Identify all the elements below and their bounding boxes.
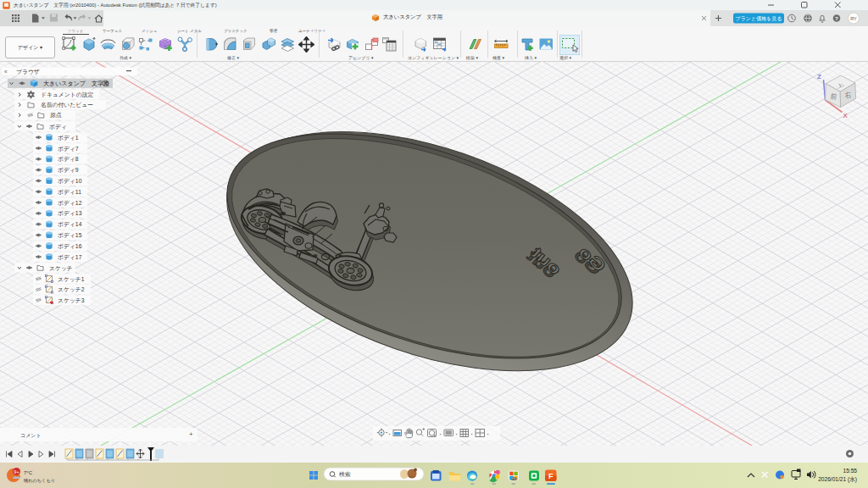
svg-text:?: ? — [835, 15, 838, 21]
svg-text:ボディ14: ボディ14 — [58, 221, 82, 227]
svg-text:ボディ8: ボディ8 — [58, 156, 79, 162]
svg-text:ボディ13: ボディ13 — [58, 210, 82, 216]
svg-text:ドキュメントの設定: ドキュメントの設定 — [41, 92, 93, 98]
svg-text:原点: 原点 — [50, 112, 62, 119]
svg-text:右: 右 — [844, 91, 852, 99]
svg-text:検索: 検索 — [339, 471, 351, 477]
svg-text:7°C: 7°C — [24, 470, 33, 475]
svg-text:スケッチ2: スケッチ2 — [58, 286, 85, 292]
svg-text:ボディ9: ボディ9 — [58, 167, 79, 173]
svg-text:ボディ1: ボディ1 — [58, 135, 79, 141]
svg-text:スケッチ: スケッチ — [49, 265, 73, 271]
svg-text:ボディ10: ボディ10 — [58, 178, 82, 184]
svg-text:スケッチ1: スケッチ1 — [58, 276, 85, 282]
svg-text:名前の付いたビュー: 名前の付いたビュー — [41, 102, 93, 108]
svg-text:Z: Z — [817, 73, 821, 80]
svg-text:«: « — [4, 69, 8, 75]
svg-text:スケッチ3: スケッチ3 — [58, 297, 85, 303]
svg-text:大きいスタンプ 文字用: 大きいスタンプ 文字用 — [43, 80, 109, 87]
svg-text:ボディ11: ボディ11 — [58, 189, 81, 195]
svg-text:ボディ7: ボディ7 — [58, 146, 79, 152]
svg-text:ボディ16: ボディ16 — [58, 243, 82, 249]
svg-text:M365: M365 — [511, 477, 517, 480]
svg-text:プランと価格を見る: プランと価格を見る — [736, 16, 782, 22]
svg-text:X: X — [843, 112, 849, 119]
svg-text:ボディ12: ボディ12 — [58, 200, 82, 206]
svg-text:ボディ15: ボディ15 — [58, 232, 82, 238]
svg-text:ブラウザ: ブラウザ — [16, 69, 40, 75]
svg-text:RY: RY — [850, 16, 857, 21]
svg-text:ボディ17: ボディ17 — [58, 254, 82, 260]
svg-text:晴れのちくもり: 晴れのちくもり — [24, 478, 55, 483]
svg-text:前: 前 — [830, 92, 837, 101]
svg-text:ボディ: ボディ — [49, 124, 67, 130]
svg-text:9+: 9+ — [14, 469, 19, 474]
svg-text:F: F — [548, 472, 554, 480]
